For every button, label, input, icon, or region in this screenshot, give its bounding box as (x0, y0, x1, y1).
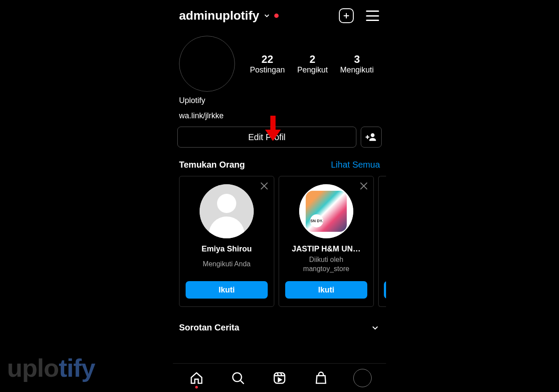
edit-profile-button[interactable]: Edit Profil (177, 127, 356, 148)
see-all-link[interactable]: Lihat Semua (331, 160, 380, 170)
profile-avatar-icon (353, 369, 372, 387)
suggestion-avatar[interactable] (200, 184, 254, 238)
notification-dot-icon (274, 14, 279, 18)
bottom-nav (173, 363, 386, 392)
stat-following-label: Mengikuti (340, 65, 374, 75)
profile-avatar[interactable] (179, 36, 235, 92)
suggestion-card: Emiya Shirou Mengikuti Anda Ikuti (179, 176, 274, 307)
search-icon (231, 371, 245, 385)
svg-point-2 (371, 133, 375, 137)
chevron-down-icon (263, 12, 271, 20)
stat-followers-value: 2 (297, 53, 328, 65)
notification-dot-icon (195, 386, 198, 389)
follow-button[interactable] (384, 281, 386, 299)
discover-title: Temukan Orang (179, 160, 245, 170)
nav-home[interactable] (186, 368, 207, 389)
discover-header: Temukan Orang Lihat Semua (173, 148, 386, 170)
watermark-text-pre: uplo (7, 354, 59, 382)
follow-button[interactable]: Ikuti (285, 281, 367, 299)
bio-link[interactable]: wa.link/jlrkke (179, 111, 380, 120)
nav-search[interactable] (228, 368, 248, 389)
home-icon (190, 371, 204, 385)
menu-button[interactable] (366, 10, 379, 21)
suggestion-card: SN DY. JASTIP H&M UN… Diikuti oleh mangt… (279, 176, 374, 307)
profile-screen: adminuplotify (173, 0, 386, 392)
profile-stats-row: 22 Postingan 2 Pengikut 3 Mengikuti (173, 31, 386, 92)
highlights-title: Sorotan Cerita (179, 323, 239, 333)
avatar-badge: SN DY. (310, 214, 323, 227)
suggestion-card-partial[interactable] (378, 176, 386, 307)
watermark-text-accent: tify (59, 354, 95, 382)
svg-point-9 (233, 373, 242, 382)
watermark: uplotify (7, 353, 95, 382)
nav-reels[interactable] (269, 368, 290, 389)
stat-followers[interactable]: 2 Pengikut (297, 53, 328, 75)
header-actions (339, 8, 379, 23)
profile-bio: Uplotify wa.link/jlrkke (173, 92, 386, 120)
stat-posts-label: Postingan (250, 65, 285, 75)
suggestion-name: Emiya Shirou (201, 244, 252, 254)
brand-avatar-icon: SN DY. (299, 184, 353, 238)
suggestion-cards[interactable]: Emiya Shirou Mengikuti Anda Ikuti SN DY.… (173, 170, 386, 307)
stat-followers-label: Pengikut (297, 65, 328, 75)
person-placeholder-icon (200, 184, 254, 238)
svg-line-10 (241, 381, 244, 384)
stats: 22 Postingan 2 Pengikut 3 Mengikuti (244, 53, 380, 75)
suggestion-subtext: Mengikuti Anda (203, 255, 250, 273)
stat-posts[interactable]: 22 Postingan (250, 53, 285, 75)
follow-button[interactable]: Ikuti (186, 281, 268, 299)
account-switcher[interactable]: adminuplotify (179, 9, 339, 23)
chevron-down-icon (370, 323, 380, 333)
shop-icon (314, 371, 328, 385)
suggestion-avatar[interactable]: SN DY. (299, 184, 353, 238)
hamburger-icon (366, 10, 379, 21)
create-button[interactable] (339, 8, 354, 23)
nav-shop[interactable] (311, 368, 331, 389)
close-icon[interactable] (359, 181, 369, 191)
stat-following[interactable]: 3 Mengikuti (340, 53, 374, 75)
add-person-icon (366, 131, 377, 143)
close-icon[interactable] (259, 181, 269, 191)
discover-people-button[interactable] (361, 127, 382, 148)
plus-box-icon (339, 8, 354, 23)
reels-icon (273, 371, 286, 385)
stat-posts-value: 22 (250, 53, 285, 65)
profile-header: adminuplotify (173, 0, 386, 31)
stat-following-value: 3 (340, 53, 374, 65)
nav-profile[interactable] (352, 368, 373, 389)
bio-display-name: Uplotify (179, 96, 380, 105)
suggestion-name: JASTIP H&M UN… (292, 244, 361, 254)
suggestion-subtext: Diikuti oleh mangtoy_store (285, 255, 367, 274)
story-highlights-row[interactable]: Sorotan Cerita (173, 307, 386, 333)
svg-rect-11 (274, 373, 285, 383)
username-label: adminuplotify (179, 9, 259, 23)
profile-action-row: Edit Profil (173, 120, 386, 148)
